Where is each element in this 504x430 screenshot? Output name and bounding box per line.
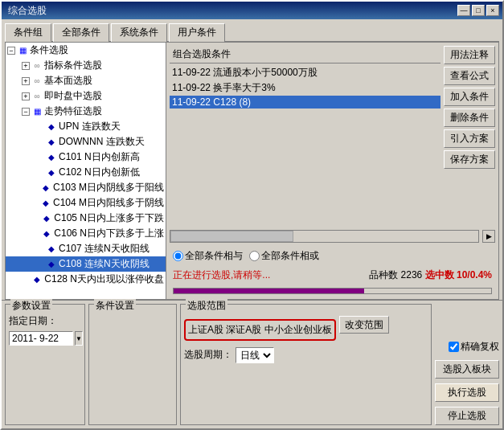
leaf-icon: ◆ [46,137,57,147]
close-button[interactable]: × [486,5,499,16]
leaf-icon: ◆ [41,229,52,239]
tree-item-label: C103 M日内阴线多于阳线 [53,181,164,195]
leaf-icon: ◆ [46,260,57,269]
save-plan-button[interactable]: 保存方案 [444,150,495,169]
delete-condition-button[interactable]: 删除条件 [444,109,495,127]
tree-expander[interactable]: − [7,47,15,55]
restore-button[interactable]: □ [472,5,485,16]
tree-expander[interactable]: + [22,77,30,85]
progress-bar-container [173,288,492,294]
leaf-icon: ◆ [46,153,57,162]
tab-condition-group[interactable]: 条件组 [5,23,51,42]
stop-select-button[interactable]: 停止选股 [435,407,499,425]
window-title: 综合选股 [8,4,47,18]
add-condition-button[interactable]: 加入条件 [444,88,495,106]
precise-checkbox-label[interactable]: 精确复权 [449,340,499,354]
main-window: 综合选股 — □ × 条件组 全部条件 系统条件 用户条件 −▦条件选股+∞指标… [0,0,504,430]
tab-system-conditions[interactable]: 系统条件 [111,23,167,42]
tree-item-label: 即时盘中选股 [44,89,102,103]
market-text: 上证A股 深证A股 中小企业创业板 [188,324,332,335]
date-input[interactable] [9,331,73,346]
tree-item[interactable]: +∞即时盘中选股 [6,88,166,104]
tree-item[interactable]: −▦条件选股 [6,43,166,58]
conditions-list[interactable]: 11-09-22 流通股本小于50000万股11-09-22 换手率大于3%11… [170,65,440,225]
radio-group: 全部条件相与 全部条件相或 [170,248,495,264]
period-row: 选股周期： 日线 周线 月线 [184,347,428,363]
tree-expander[interactable]: − [22,108,30,116]
condition-item[interactable]: 11-09-22 流通股本小于50000万股 [170,65,440,80]
tree-item-label: 条件选股 [30,43,68,57]
tree-item-label: C108 连续N天收阴线 [59,257,150,271]
leaf-icon: ◆ [41,214,52,223]
tree-panel: −▦条件选股+∞指标条件选股+∞基本面选股+∞即时盘中选股−▦走势特征选股◆UP… [6,43,166,299]
view-formula-button[interactable]: 查看公式 [444,67,495,85]
use-note-button[interactable]: 用法注释 [444,46,495,64]
tree-item[interactable]: ◆C102 N日内创新低 [6,165,166,180]
condition-item[interactable]: 11-09-22 C128 (8) [170,96,440,109]
load-plan-button[interactable]: 引入方案 [444,129,495,148]
tree-item[interactable]: ◆C101 N日内创新高 [6,149,166,165]
tree-item[interactable]: ◆DOWNNN 连跌数天 [6,134,166,149]
tree-item[interactable]: ◆C128 N天内出现以涨停收盘 [6,272,166,287]
param-settings-title: 参数设置 [10,299,52,313]
tree-item[interactable]: −▦走势特征选股 [6,104,166,119]
radio-and-input[interactable] [173,251,183,261]
folder-icon: ▦ [31,107,43,117]
execute-select-button[interactable]: 执行选股 [435,383,499,402]
period-select[interactable]: 日线 周线 月线 [236,347,274,363]
right-panel: 组合选股条件 11-09-22 流通股本小于50000万股11-09-22 换手… [166,43,498,299]
right-action-area: 精确复权 选股入板块 执行选股 停止选股 [435,304,499,425]
tree-item[interactable]: ◆C104 M日内阳线多于阴线 [6,195,166,211]
titlebar-controls: — □ × [457,5,499,16]
tree-item-label: C107 连续N天收阳线 [59,242,150,256]
select-range-title: 选股范围 [186,299,227,313]
infinity-icon: ∞ [31,92,43,101]
change-range-button[interactable]: 改变范围 [339,316,389,334]
main-content-area: −▦条件选股+∞指标条件选股+∞基本面选股+∞即时盘中选股−▦走势特征选股◆UP… [5,41,499,300]
tree-item[interactable]: ◆C103 M日内阴线多于阳线 [6,180,166,195]
condition-item[interactable]: 11-09-22 换手率大于3% [170,80,440,96]
folder-icon: ▦ [17,46,28,55]
add-to-block-button[interactable]: 选股入板块 [435,360,499,379]
radio-or-input[interactable] [249,251,260,261]
status-row: 正在进行选股,请稍等... 品种数 2236 选中数 10/0.4% [170,268,495,283]
tree-item[interactable]: +∞指标条件选股 [6,58,166,73]
period-label: 选股周期： [184,348,232,362]
tree-item-label: 走势特征选股 [44,104,102,118]
radio-all-and[interactable]: 全部条件相与 [173,249,243,263]
bottom-section: 参数设置 指定日期： ▼ 条件设置 选股范围 上证A股 深证A股 中小企业创业板… [2,300,502,428]
in-progress-text: 正在进行选股,请稍等... [173,268,270,282]
leaf-icon: ◆ [46,244,57,254]
tab-bar: 条件组 全部条件 系统条件 用户条件 [2,19,502,41]
right-action-buttons: 用法注释 查看公式 加入条件 删除条件 引入方案 保存方案 [444,46,495,225]
date-dropdown-btn[interactable]: ▼ [75,331,83,346]
tree-item-label: 基本面选股 [44,74,92,88]
conditions-scroll-area: 11-09-22 流通股本小于50000万股11-09-22 换手率大于3%11… [170,65,440,225]
tab-user-conditions[interactable]: 用户条件 [169,23,225,42]
tree-item[interactable]: ◆C106 N日内下跌多于上涨 [6,226,166,241]
minimize-button[interactable]: — [457,5,470,16]
leaf-icon: ◆ [40,183,51,193]
tree-item[interactable]: ◆C105 N日内上涨多于下跌 [6,211,166,226]
tree-item-label: C128 N天内出现以涨停收盘 [44,272,164,286]
radio-all-or[interactable]: 全部条件相或 [249,249,319,263]
tree-item[interactable]: +∞基本面选股 [6,73,166,88]
tree-scroll[interactable]: −▦条件选股+∞指标条件选股+∞基本面选股+∞即时盘中选股−▦走势特征选股◆UP… [6,43,166,299]
tree-item[interactable]: ◆C108 连续N天收阴线 [6,256,166,272]
conditions-scrollbar-area: ▶ [170,228,495,244]
right-top-area: 组合选股条件 11-09-22 流通股本小于50000万股11-09-22 换手… [170,46,495,225]
range-content: 上证A股 深证A股 中小企业创业板 改变范围 [184,316,428,344]
scroll-right-btn[interactable]: ▶ [482,230,495,243]
horizontal-scrollbar[interactable] [170,230,479,243]
tree-item[interactable]: ◆UPN 连跌数天 [6,119,166,134]
precise-checkbox[interactable] [449,342,459,352]
titlebar: 综合选股 — □ × [2,2,502,19]
tab-all-conditions[interactable]: 全部条件 [53,23,109,42]
leaf-icon: ◆ [46,168,57,178]
tree-expander[interactable]: + [22,62,30,70]
leaf-icon: ◆ [31,275,43,285]
tree-item[interactable]: ◆C107 连续N天收阳线 [6,241,166,256]
leaf-icon: ◆ [46,122,57,132]
tree-expander[interactable]: + [22,92,30,100]
date-label: 指定日期： [9,314,57,328]
